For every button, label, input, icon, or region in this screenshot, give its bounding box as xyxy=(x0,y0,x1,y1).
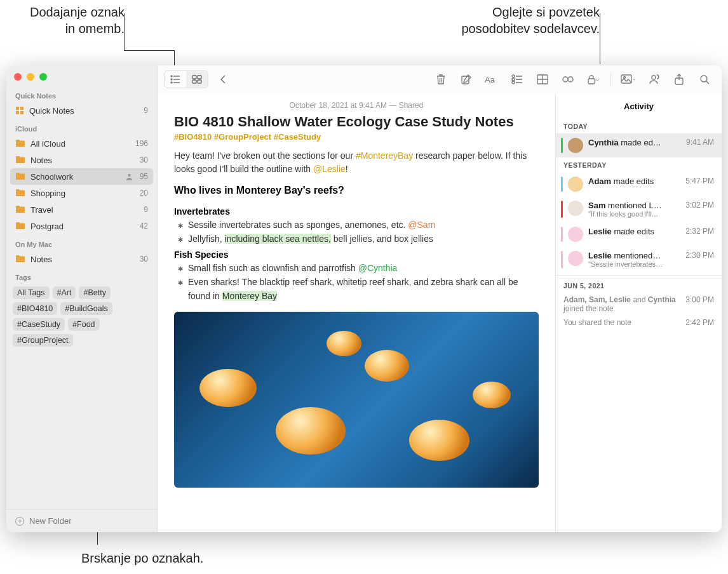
folder-icon xyxy=(15,222,25,230)
format-button[interactable]: Aa xyxy=(481,71,502,88)
share-button[interactable] xyxy=(668,71,690,88)
activity-item[interactable]: Leslie made edits 2:32 PM xyxy=(556,222,722,246)
tag-chip[interactable]: #Art xyxy=(53,286,76,299)
sidebar-item-label: Shopping xyxy=(30,189,136,198)
compose-button[interactable] xyxy=(455,71,477,88)
sidebar-item-label: Schoolwork xyxy=(30,172,125,182)
folder-icon xyxy=(15,139,25,148)
svg-point-21 xyxy=(512,78,515,81)
svg-point-4 xyxy=(128,173,130,176)
gallery-view-button[interactable] xyxy=(186,71,208,88)
svg-point-33 xyxy=(652,76,656,79)
mention-leslie[interactable]: @Leslie xyxy=(313,164,346,174)
table-button[interactable] xyxy=(532,71,553,88)
search-button[interactable] xyxy=(694,71,715,88)
activity-edit-bar xyxy=(561,177,563,192)
activity-text: Adam made edits xyxy=(588,177,677,186)
activity-item[interactable]: Cynthia made ed… 9:41 AM xyxy=(556,133,722,157)
sidebar-item-quick-notes[interactable]: Quick Notes 9 xyxy=(6,102,157,119)
tag-chip[interactable]: #BuildGoals xyxy=(60,302,112,315)
avatar xyxy=(568,201,583,216)
svg-rect-11 xyxy=(192,76,196,79)
sidebar-item-notes[interactable]: Notes30 xyxy=(6,251,157,267)
sidebar-item-all-icloud[interactable]: All iCloud196 xyxy=(6,135,157,152)
media-button[interactable] xyxy=(617,71,639,88)
sidebar-item-travel[interactable]: Travel9 xyxy=(6,201,157,218)
lock-button[interactable] xyxy=(583,71,604,88)
svg-rect-13 xyxy=(192,80,196,83)
highlighted-text: including black sea nettles, xyxy=(225,234,331,244)
checklist-button[interactable] xyxy=(506,71,528,88)
callout-browse-tags: Brskanje po oznakah. xyxy=(81,550,203,566)
mention-cynthia[interactable]: @Cynthia xyxy=(358,263,398,273)
new-folder-label: New Folder xyxy=(29,516,71,526)
tag-chip[interactable]: #Betty xyxy=(79,286,110,299)
sidebar-item-notes[interactable]: Notes30 xyxy=(6,152,157,168)
fullscreen-window-button[interactable] xyxy=(39,73,47,81)
avatar xyxy=(568,177,583,192)
note-content[interactable]: October 18, 2021 at 9:41 AM — Shared BIO… xyxy=(158,93,555,532)
sidebar-item-count: 30 xyxy=(140,156,148,164)
note-date: October 18, 2021 at 9:41 AM — Shared xyxy=(174,101,539,110)
activity-time: 2:30 PM xyxy=(685,251,714,260)
tag-chip[interactable]: All Tags xyxy=(13,286,50,299)
svg-rect-30 xyxy=(588,79,595,84)
sidebar-section-tags: Tags xyxy=(6,267,157,284)
avatar xyxy=(568,251,583,266)
activity-edit-bar xyxy=(561,251,563,268)
list-item: Sessile invertebrates such as sponges, a… xyxy=(188,218,539,232)
activity-subtext: "If this looks good I'll… xyxy=(588,210,677,218)
note-intro-paragraph: Hey team! I've broken out the sections f… xyxy=(174,149,539,176)
avatar xyxy=(568,227,583,242)
activity-text: Leslie mentioned… xyxy=(588,251,677,260)
collaborate-button[interactable] xyxy=(643,71,664,88)
close-window-button[interactable] xyxy=(14,73,22,81)
new-folder-button[interactable]: New Folder xyxy=(6,509,157,532)
activity-item[interactable]: Sam mentioned L… "If this looks good I'l… xyxy=(556,196,722,222)
sidebar-item-count: 95 xyxy=(140,172,148,181)
divider xyxy=(556,275,722,276)
sidebar-item-label: Postgrad xyxy=(30,222,136,231)
svg-point-19 xyxy=(512,75,515,77)
delete-button[interactable] xyxy=(430,71,452,88)
list-view-button[interactable] xyxy=(165,71,186,88)
sidebar-item-count: 42 xyxy=(140,222,148,230)
sidebar-item-count: 30 xyxy=(140,255,148,264)
svg-rect-31 xyxy=(621,75,631,83)
svg-rect-1 xyxy=(20,107,24,110)
hashtag-montereybay[interactable]: #MontereyBay xyxy=(356,150,413,161)
activity-section-older: JUN 5, 2021 xyxy=(556,278,722,293)
activity-plain-item: You shared the note 2:42 PM xyxy=(556,316,722,330)
activity-item[interactable]: Leslie mentioned… "Sessile invertebrates… xyxy=(556,246,722,272)
note-heading: Who lives in Monterey Bay's reefs? xyxy=(174,185,539,196)
tag-chip[interactable]: #CaseStudy xyxy=(13,318,65,331)
note-image-attachment[interactable] xyxy=(174,312,539,488)
callout-line xyxy=(124,50,175,51)
svg-line-36 xyxy=(706,81,709,84)
activity-edit-bar xyxy=(561,201,563,218)
activity-item[interactable]: Adam made edits 5:47 PM xyxy=(556,172,722,196)
quick-notes-icon xyxy=(15,106,24,115)
minimize-window-button[interactable] xyxy=(27,73,34,81)
sidebar-item-schoolwork[interactable]: Schoolwork95 xyxy=(10,168,153,185)
folder-icon xyxy=(15,205,25,214)
shared-icon xyxy=(125,173,133,181)
note-subheading-fish: Fish Species xyxy=(174,250,539,260)
sidebar-item-postgrad[interactable]: Postgrad42 xyxy=(6,218,157,234)
tag-chip[interactable]: #BIO4810 xyxy=(13,302,57,315)
tag-chip[interactable]: #Food xyxy=(68,318,99,331)
sidebar-section-icloud: iCloud xyxy=(6,119,157,135)
callout-tags-mentions: Dodajanje oznak in omemb. xyxy=(29,4,125,37)
back-button[interactable] xyxy=(212,71,234,88)
folder-icon xyxy=(15,172,25,181)
sidebar-item-count: 196 xyxy=(135,139,148,148)
sidebar-item-shopping[interactable]: Shopping20 xyxy=(6,185,157,201)
activity-section-yesterday: YESTERDAY xyxy=(556,157,722,172)
tag-chip[interactable]: #GroupProject xyxy=(13,334,73,347)
activity-time: 2:32 PM xyxy=(685,227,714,236)
link-button[interactable] xyxy=(557,71,579,88)
mention-sam[interactable]: @Sam xyxy=(408,220,435,230)
bullet-list: Sessile invertebrates such as sponges, a… xyxy=(174,218,539,246)
activity-text: Adam, Sam, Leslie and Cynthia joined the… xyxy=(563,295,685,313)
svg-point-9 xyxy=(171,82,172,83)
